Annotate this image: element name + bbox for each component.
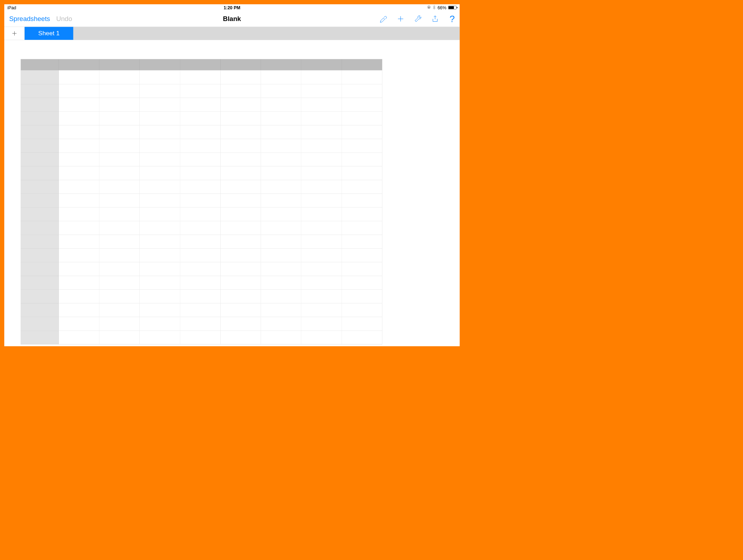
cell[interactable] xyxy=(261,317,301,330)
cell[interactable] xyxy=(221,248,261,262)
cell[interactable] xyxy=(140,207,180,221)
cell[interactable] xyxy=(99,221,140,234)
cell[interactable] xyxy=(140,262,180,276)
cell[interactable] xyxy=(221,166,261,180)
spreadsheet-canvas[interactable] xyxy=(4,40,460,346)
plus-icon[interactable] xyxy=(396,15,404,22)
cell[interactable] xyxy=(59,207,99,221)
cell[interactable] xyxy=(261,98,301,111)
cell[interactable] xyxy=(180,248,220,262)
cell[interactable] xyxy=(261,289,301,303)
cell[interactable] xyxy=(59,276,99,289)
cell[interactable] xyxy=(99,70,140,84)
cell[interactable] xyxy=(261,248,301,262)
cell[interactable] xyxy=(342,166,382,180)
cell[interactable] xyxy=(140,84,180,98)
cell[interactable] xyxy=(301,84,342,98)
cell[interactable] xyxy=(261,70,301,84)
row-header[interactable] xyxy=(21,248,59,262)
cell[interactable] xyxy=(261,193,301,207)
cell[interactable] xyxy=(140,303,180,317)
column-header[interactable] xyxy=(221,59,261,70)
cell[interactable] xyxy=(180,84,220,98)
cell[interactable] xyxy=(221,262,261,276)
row-header[interactable] xyxy=(21,276,59,289)
cell[interactable] xyxy=(59,221,99,234)
add-sheet-button[interactable] xyxy=(4,27,25,40)
cell[interactable] xyxy=(221,70,261,84)
column-header[interactable] xyxy=(342,59,382,70)
cell[interactable] xyxy=(140,317,180,330)
cell[interactable] xyxy=(301,331,342,344)
row-header[interactable] xyxy=(21,193,59,207)
cell[interactable] xyxy=(99,125,140,139)
column-header[interactable] xyxy=(140,59,180,70)
cell[interactable] xyxy=(180,112,220,125)
cell[interactable] xyxy=(261,235,301,248)
cell[interactable] xyxy=(59,193,99,207)
cell[interactable] xyxy=(59,248,99,262)
cell[interactable] xyxy=(99,180,140,193)
cell[interactable] xyxy=(301,303,342,317)
cell[interactable] xyxy=(221,125,261,139)
cell[interactable] xyxy=(59,303,99,317)
cell[interactable] xyxy=(301,193,342,207)
cell[interactable] xyxy=(180,221,220,234)
cell[interactable] xyxy=(140,331,180,344)
cell[interactable] xyxy=(99,289,140,303)
cell[interactable] xyxy=(221,193,261,207)
cell[interactable] xyxy=(301,262,342,276)
cell[interactable] xyxy=(221,303,261,317)
cell[interactable] xyxy=(301,221,342,234)
cell[interactable] xyxy=(140,289,180,303)
cell[interactable] xyxy=(301,166,342,180)
wrench-icon[interactable] xyxy=(414,15,422,22)
cell[interactable] xyxy=(301,112,342,125)
cell[interactable] xyxy=(301,139,342,152)
cell[interactable] xyxy=(99,235,140,248)
cell[interactable] xyxy=(140,221,180,234)
cell[interactable] xyxy=(180,207,220,221)
cell[interactable] xyxy=(99,331,140,344)
row-header[interactable] xyxy=(21,180,59,193)
column-header[interactable] xyxy=(99,59,140,70)
cell[interactable] xyxy=(221,317,261,330)
cell[interactable] xyxy=(180,70,220,84)
cell[interactable] xyxy=(301,152,342,166)
cell[interactable] xyxy=(180,331,220,344)
cell[interactable] xyxy=(180,152,220,166)
cell[interactable] xyxy=(261,112,301,125)
cell[interactable] xyxy=(140,98,180,111)
cell[interactable] xyxy=(180,235,220,248)
cell[interactable] xyxy=(221,289,261,303)
cell[interactable] xyxy=(301,317,342,330)
cell[interactable] xyxy=(180,139,220,152)
cell[interactable] xyxy=(59,112,99,125)
row-header[interactable] xyxy=(21,221,59,234)
sheet-tab-active[interactable]: Sheet 1 xyxy=(25,27,73,40)
cell[interactable] xyxy=(59,317,99,330)
cell[interactable] xyxy=(342,331,382,344)
cell[interactable] xyxy=(140,70,180,84)
cell[interactable] xyxy=(99,139,140,152)
column-header[interactable] xyxy=(301,59,342,70)
row-header[interactable] xyxy=(21,166,59,180)
row-header[interactable] xyxy=(21,303,59,317)
row-header[interactable] xyxy=(21,84,59,98)
cell[interactable] xyxy=(342,235,382,248)
cell[interactable] xyxy=(261,125,301,139)
cell[interactable] xyxy=(140,180,180,193)
cell[interactable] xyxy=(180,180,220,193)
cell[interactable] xyxy=(140,152,180,166)
cell[interactable] xyxy=(221,180,261,193)
cell[interactable] xyxy=(99,152,140,166)
cell[interactable] xyxy=(59,180,99,193)
cell[interactable] xyxy=(221,98,261,111)
cell[interactable] xyxy=(180,276,220,289)
cell[interactable] xyxy=(261,84,301,98)
cell[interactable] xyxy=(342,289,382,303)
row-header[interactable] xyxy=(21,207,59,221)
cell[interactable] xyxy=(59,235,99,248)
cell[interactable] xyxy=(301,70,342,84)
cell[interactable] xyxy=(301,289,342,303)
